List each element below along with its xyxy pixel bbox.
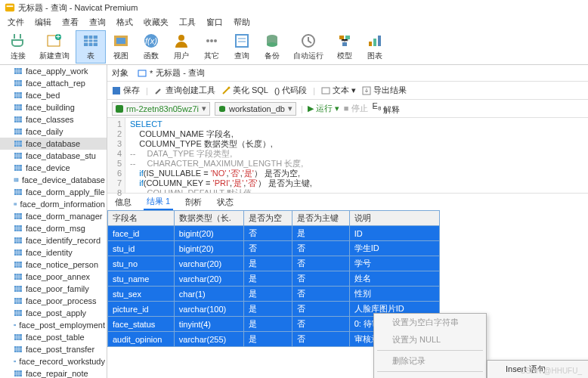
toolbar-view[interactable]: 视图	[106, 30, 136, 64]
beautify-button[interactable]: 美化 SQL	[221, 85, 268, 96]
wrench-icon	[154, 86, 163, 95]
menu-查看[interactable]: 查看	[57, 15, 83, 29]
col-header[interactable]: 是否为主键	[292, 211, 349, 226]
table-face_poor_process[interactable]: face_poor_process	[0, 295, 107, 307]
menu-工具[interactable]: 工具	[175, 15, 200, 29]
col-header[interactable]: 是否为空	[243, 211, 292, 226]
table-icon	[82, 33, 99, 49]
toolbar-auto[interactable]: 自动运行	[287, 30, 330, 64]
table-face_dorm_information[interactable]: face_dorm_information	[0, 198, 107, 210]
toolbar-query[interactable]: 查询	[227, 30, 257, 64]
toolbar-plug[interactable]: 连接	[3, 30, 33, 64]
toolbar-chart[interactable]: 图表	[360, 30, 390, 64]
tab-objects[interactable]: 对象	[112, 67, 128, 79]
run-button[interactable]: ▶ 运行▾	[308, 103, 339, 114]
table-icon	[14, 333, 23, 342]
table-face_device_database[interactable]: face_device_database	[0, 174, 107, 186]
svg-rect-104	[14, 249, 22, 256]
backup-icon	[264, 33, 280, 49]
ctx-复制[interactable]: 复制	[374, 373, 486, 378]
table-face_database[interactable]: face_database	[0, 138, 107, 150]
table-face_notice_person[interactable]: face_notice_person	[0, 259, 107, 271]
save-button[interactable]: 保存	[112, 85, 140, 96]
toolbar-backup[interactable]: 备份	[257, 30, 287, 64]
toolbar-table[interactable]: 表	[76, 30, 106, 64]
table-face_identify_record[interactable]: face_identify_record	[0, 234, 107, 246]
export-button[interactable]: 导出结果	[362, 85, 407, 96]
menu-文件[interactable]: 文件	[3, 15, 29, 29]
view-icon	[113, 33, 129, 49]
schema-select[interactable]: workstation_db▾	[215, 102, 296, 116]
table-face_repair_note[interactable]: face_repair_note	[0, 367, 107, 378]
context-menu-main[interactable]: 设置为空白字符串设置为 NULL删除记录复制复制为▸粘贴显示▸	[373, 313, 487, 378]
table-face_poor_family[interactable]: face_poor_family	[0, 283, 107, 295]
menu-窗口[interactable]: 窗口	[202, 15, 227, 29]
table-row[interactable]: stu_novarchar(20)是否学号	[108, 256, 440, 271]
table-icon	[14, 139, 23, 148]
toolbar-model[interactable]: 模型	[330, 30, 360, 64]
table-face_bed[interactable]: face_bed	[0, 89, 107, 101]
tab-status[interactable]: 状态	[214, 195, 237, 209]
table-face_building[interactable]: face_building	[0, 101, 107, 113]
tab-query[interactable]: *无标题 - 查询	[138, 67, 205, 79]
toolbar-user[interactable]: 用户	[166, 30, 197, 64]
result-tabs: 信息 结果 1 剖析 状态	[107, 194, 588, 210]
snippet-button[interactable]: ()代码段	[274, 85, 307, 96]
table-icon	[14, 187, 23, 197]
table-face_dorm_msg[interactable]: face_dorm_msg	[0, 222, 107, 234]
explain-button[interactable]: E⁸ 解释	[373, 101, 400, 116]
table-face_database_stu[interactable]: face_database_stu	[0, 150, 107, 162]
table-face_post_apply[interactable]: face_post_apply	[0, 307, 107, 319]
svg-rect-54	[14, 129, 22, 135]
table-face_post_employment[interactable]: face_post_employment	[0, 319, 107, 331]
tab-result1[interactable]: 结果 1	[144, 194, 173, 210]
toolbar-other[interactable]: 其它	[197, 30, 227, 64]
menu-收藏夹[interactable]: 收藏夹	[139, 15, 173, 29]
col-header[interactable]: 数据类型（长.	[174, 211, 243, 226]
table-row[interactable]: stu_sexchar(1)是否性别	[108, 287, 440, 302]
query-icon	[138, 69, 147, 78]
table-face_poor_annex[interactable]: face_poor_annex	[0, 271, 107, 283]
main-toolbar: 连接+新建查询表视图f(x)函数用户其它查询备份自动运行模型图表	[0, 29, 588, 65]
table-face_apply_work[interactable]: face_apply_work	[0, 65, 107, 77]
toolbar-fx[interactable]: f(x)函数	[136, 30, 166, 64]
table-face_identity[interactable]: face_identity	[0, 246, 107, 259]
col-header[interactable]: 说明	[349, 211, 439, 226]
tab-info[interactable]: 信息	[112, 195, 135, 209]
svg-point-16	[210, 39, 213, 42]
table-face_dorm_manager[interactable]: face_dorm_manager	[0, 210, 107, 222]
sql-editor[interactable]: 123456789 SELECT COLUMN_NAME 字段名, COLUMN…	[107, 118, 588, 194]
table-row[interactable]: face_idbigint(20)否是ID	[108, 226, 440, 241]
col-header[interactable]: 字段名	[108, 211, 175, 226]
menu-格式[interactable]: 格式	[112, 15, 138, 29]
table-face_daily[interactable]: face_daily	[0, 125, 107, 138]
table-face_post_table[interactable]: face_post_table	[0, 331, 107, 343]
table-icon	[14, 200, 17, 209]
svg-point-17	[214, 39, 217, 42]
table-face_record_workstudy[interactable]: face_record_workstudy	[0, 355, 107, 367]
table-face_dorm_apply_file[interactable]: face_dorm_apply_file	[0, 186, 107, 198]
svg-rect-99	[14, 237, 22, 243]
menu-查询[interactable]: 查询	[85, 15, 110, 29]
text-button[interactable]: 文本▾	[321, 85, 356, 96]
result-grid[interactable]: 字段名数据类型（长.是否为空是否为主键说明face_idbigint(20)否是…	[107, 210, 588, 347]
server-select[interactable]: rm-2zetn83n05wz7i▾	[112, 102, 210, 116]
table-face_device[interactable]: face_device	[0, 162, 107, 174]
menu-编辑[interactable]: 编辑	[30, 15, 56, 29]
tab-plan[interactable]: 剖析	[182, 195, 205, 209]
sidebar-tables[interactable]: face_apply_workface_attach_repface_bedfa…	[0, 65, 107, 378]
toolbar-newq[interactable]: +新建查询	[33, 30, 76, 64]
table-face_classes[interactable]: face_classes	[0, 113, 107, 125]
sql-text[interactable]: SELECT COLUMN_NAME 字段名, COLUMN_TYPE 数据类型…	[125, 118, 588, 193]
menu-帮助[interactable]: 帮助	[229, 15, 255, 29]
query-tool-button[interactable]: 查询创建工具	[154, 85, 215, 96]
action-bar: 保存 | 查询创建工具 美化 SQL ()代码段 | 文本▾ 导出结果	[107, 82, 588, 100]
table-icon	[14, 236, 23, 245]
svg-rect-74	[14, 178, 19, 182]
table-row[interactable]: stu_namevarchar(20)是否姓名	[108, 271, 440, 287]
table-row[interactable]: stu_idbigint(20)否否学生ID	[108, 241, 440, 256]
user-icon	[173, 33, 190, 49]
table-face_attach_rep[interactable]: face_attach_rep	[0, 77, 107, 89]
table-face_post_transfer[interactable]: face_post_transfer	[0, 343, 107, 355]
connection-row: rm-2zetn83n05wz7i▾ workstation_db▾ | ▶ 运…	[107, 100, 588, 118]
